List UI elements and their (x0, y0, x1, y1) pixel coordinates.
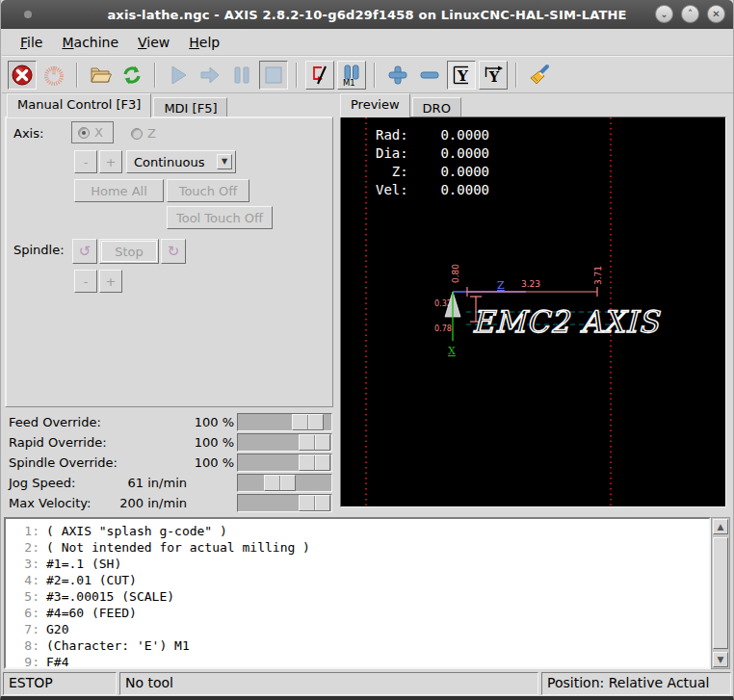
max-velocity-slider[interactable] (237, 494, 332, 512)
step-button[interactable] (196, 61, 224, 90)
menubar: File Machine View Help (2, 29, 734, 56)
menu-view[interactable]: View (129, 32, 178, 53)
statusbar: ESTOP No tool Position: Relative Actual (1, 671, 733, 696)
spindle-override-label: Spindle Override: (1, 455, 109, 470)
machine-power-button[interactable] (39, 61, 68, 90)
optional-stop-button[interactable]: M1 (337, 61, 366, 90)
stop-button[interactable] (259, 61, 288, 90)
axis-label: Axis: (13, 126, 43, 141)
max-velocity-value: 200 in/min (109, 496, 237, 510)
run-button[interactable] (164, 61, 193, 90)
gcode-line: 7:G20 (6, 621, 709, 637)
gcode-line: 9:F#4 (6, 654, 709, 669)
scrollbar-thumb[interactable] (713, 537, 728, 649)
axis-x-radio[interactable]: X (71, 121, 114, 143)
spindle-override-slider[interactable] (237, 454, 332, 472)
feed-override-value: 100 % (109, 415, 237, 429)
axis-z-radio[interactable]: Z (131, 126, 156, 141)
spindle-ccw-button[interactable]: ↺ (72, 239, 97, 264)
maximize-button[interactable]: ˄ (681, 5, 699, 23)
dim-323-label: 3.23 (521, 279, 540, 289)
menu-file[interactable]: File (12, 32, 51, 53)
tab-dro[interactable]: DRO (412, 97, 461, 117)
scroll-up-icon[interactable]: ▲ (713, 519, 728, 534)
toolbar-separator (154, 63, 156, 88)
spindle-ccw-icon: ↺ (79, 243, 92, 260)
zoom-out-icon (418, 64, 441, 87)
gcode-line: 1:( AXIS "splash g-code" ) (6, 523, 709, 539)
chevron-down-icon: ▼ (217, 154, 232, 169)
menu-machine[interactable]: Machine (53, 32, 127, 53)
menu-help[interactable]: Help (180, 32, 228, 53)
jog-plus-button[interactable]: + (99, 150, 122, 173)
status-tool: No tool (119, 672, 538, 695)
jog-speed-value: 61 in/min (109, 476, 237, 490)
reload-file-button[interactable] (118, 61, 146, 90)
radio-icon (131, 128, 143, 140)
svg-text:Y: Y (457, 66, 468, 84)
slider-handle[interactable] (292, 414, 324, 430)
left-tabrow: Manual Control [F3] MDI [F5] (7, 94, 229, 117)
tool-touch-off-button[interactable]: Tool Touch Off (167, 206, 273, 229)
skip-lines-button[interactable] (305, 61, 334, 90)
open-folder-icon (89, 64, 112, 87)
close-button[interactable]: ✕ (707, 5, 725, 23)
jog-minus-button[interactable]: - (74, 150, 97, 173)
toolbar-separator (76, 63, 78, 88)
zoom-out-button[interactable] (415, 61, 444, 90)
slider-handle[interactable] (264, 475, 296, 491)
rapid-override-slider[interactable] (237, 433, 332, 452)
tab-manual-control[interactable]: Manual Control [F3] (7, 93, 151, 117)
svg-text:M1: M1 (343, 78, 355, 87)
gcode-line: 3:#1=.1 (SH) (6, 556, 709, 572)
tab-mdi[interactable]: MDI [F5] (153, 97, 227, 117)
status-estop: ESTOP (3, 672, 117, 695)
feed-override-slider[interactable] (237, 413, 332, 431)
estop-button[interactable] (8, 61, 37, 90)
jog-speed-label: Jog Speed: (1, 476, 109, 490)
titlebar[interactable]: axis-lathe.ngc - AXIS 2.8.2-10-g6d29f145… (1, 0, 733, 29)
jog-mode-dropdown[interactable]: Continuous ▼ (126, 150, 236, 173)
run-icon (167, 64, 190, 87)
spindle-cw-button[interactable]: ↻ (161, 239, 186, 264)
open-file-button[interactable] (86, 61, 115, 90)
jog-mode-value: Continuous (134, 155, 204, 169)
home-all-button[interactable]: Home All (74, 179, 164, 202)
view-y-icon: Y (450, 64, 473, 87)
view-y2-icon: Y (482, 64, 505, 87)
preview-canvas[interactable]: Rad: 0.0000 Dia: 0.0000 Z: 0.0000 Vel: 0… (340, 117, 726, 507)
spindle-stop-button[interactable]: Stop (99, 239, 159, 264)
rapid-override-row: Rapid Override: 100 % (1, 432, 336, 453)
view-y2-button[interactable]: Y (479, 61, 508, 90)
tab-preview[interactable]: Preview (340, 93, 410, 117)
skip-lines-icon (308, 64, 331, 87)
toolbar: M1 Y (2, 56, 734, 93)
axis-main-window: axis-lathe.ngc - AXIS 2.8.2-10-g6d29f145… (0, 0, 734, 700)
view-y-button[interactable]: Y (447, 61, 476, 90)
slider-handle[interactable] (299, 434, 330, 451)
max-velocity-label: Max Velocity: (1, 496, 109, 510)
gcode-scrollbar[interactable]: ▲ ▼ (711, 517, 730, 669)
slider-handle[interactable] (299, 454, 330, 471)
spindle-minus-button[interactable]: - (74, 270, 97, 293)
pause-icon (230, 64, 253, 87)
spindle-plus-button[interactable]: + (99, 270, 122, 293)
optional-stop-icon: M1 (340, 64, 363, 87)
pause-button[interactable] (227, 61, 256, 90)
dim-371-label: 3.71 (593, 266, 603, 285)
radio-selected-icon (78, 127, 90, 139)
feed-override-label: Feed Override: (1, 415, 109, 429)
gcode-listing[interactable]: 1:( AXIS "splash g-code" ) 2:( Not inten… (4, 517, 711, 669)
jog-speed-slider[interactable] (237, 474, 332, 492)
z-axis-label: Z (497, 279, 505, 292)
touch-off-button[interactable]: Touch Off (167, 179, 249, 202)
spindle-override-value: 100 % (109, 455, 237, 470)
minimize-button[interactable]: ⌄ (655, 5, 673, 23)
max-velocity-row: Max Velocity: 200 in/min (1, 493, 336, 513)
clear-plot-button[interactable] (525, 61, 554, 90)
slider-handle[interactable] (299, 495, 330, 511)
zoom-in-button[interactable] (383, 61, 412, 90)
scroll-down-icon[interactable]: ▼ (713, 652, 728, 667)
sliders-block: Feed Override: 100 % Rapid Override: 100… (1, 412, 336, 513)
stop-icon (262, 64, 285, 87)
